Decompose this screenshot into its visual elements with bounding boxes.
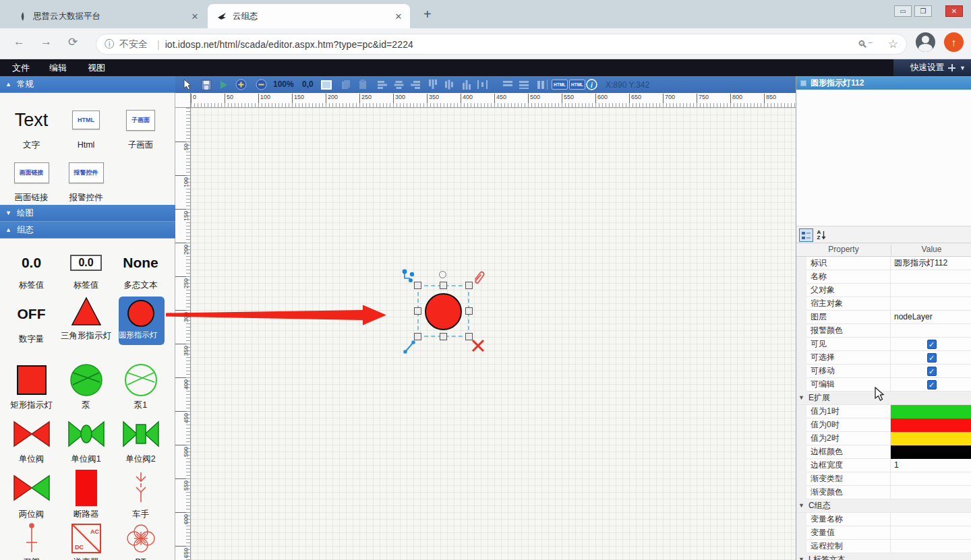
property-value[interactable] <box>891 513 971 526</box>
window-close-button[interactable]: ✕ <box>945 5 963 17</box>
property-value[interactable]: 圆形指示灯112 <box>891 257 971 270</box>
property-value[interactable]: ✓ <box>891 351 971 365</box>
copy-icon[interactable] <box>339 78 352 91</box>
palette-item-valve1[interactable]: 单位阀1 <box>59 416 113 464</box>
align-bottom-icon[interactable] <box>460 78 473 91</box>
property-value[interactable]: ✓ <box>891 338 971 351</box>
profile-avatar[interactable] <box>916 32 935 52</box>
palette-item-breaker[interactable]: 断路器 <box>59 469 113 520</box>
palette-item-text[interactable]: Text 文字 <box>4 102 59 150</box>
property-value[interactable]: 1 <box>891 459 971 472</box>
collapse-triangle-icon[interactable]: ▼ <box>798 394 804 401</box>
collapse-triangle-icon[interactable]: ▼ <box>798 502 804 509</box>
canvas-settings-icon[interactable] <box>320 78 332 91</box>
palette-item-alarm-widget[interactable]: 报警控件 报警控件 <box>59 155 113 203</box>
property-row[interactable]: 图层nodeLayer <box>796 311 971 324</box>
palette-item-knife-switch[interactable]: 刀闸 <box>4 522 59 560</box>
property-row[interactable]: 渐变颜色 <box>796 486 971 499</box>
property-category-row[interactable]: ▼C组态 <box>796 499 971 513</box>
palette-item-valve2[interactable]: 单位阀2 <box>113 416 168 464</box>
paste-icon[interactable] <box>356 78 369 91</box>
checkbox-checked-icon[interactable]: ✓ <box>927 353 937 363</box>
color-swatch[interactable] <box>891 405 971 418</box>
palette-item-inverter[interactable]: AC DC 逆变器 <box>59 522 113 560</box>
property-row[interactable]: 父对象 <box>796 284 971 297</box>
align-right-icon[interactable] <box>409 78 421 91</box>
rotate-handle[interactable] <box>439 271 446 278</box>
zoom-out-icon[interactable] <box>255 78 268 91</box>
reload-icon[interactable]: ⟳ <box>68 35 78 49</box>
palette-item-pump[interactable]: 泵 <box>59 363 113 410</box>
property-row[interactable]: 边框宽度1 <box>796 459 971 472</box>
resize-handle-e[interactable] <box>465 307 473 315</box>
property-row[interactable]: 边框颜色 <box>796 445 971 459</box>
circle-indicator-node[interactable] <box>425 293 462 330</box>
property-row[interactable]: 渐变类型 <box>796 472 971 486</box>
paperclip-icon[interactable] <box>471 270 486 286</box>
property-row[interactable]: 可选择✓ <box>796 351 971 365</box>
select-cursor-icon[interactable] <box>181 78 194 91</box>
align-left-icon[interactable] <box>376 78 389 91</box>
run-icon[interactable] <box>217 78 230 91</box>
property-row[interactable]: 值为1时 <box>796 405 971 418</box>
color-swatch[interactable] <box>891 445 971 459</box>
info-icon[interactable]: i <box>585 78 598 91</box>
save-icon[interactable] <box>200 78 212 91</box>
property-row[interactable]: 可移动✓ <box>796 365 971 378</box>
new-tab-button[interactable]: + <box>423 7 432 22</box>
palette-item-tag-value-boxed[interactable]: 0.0 标签值 <box>59 248 113 290</box>
property-value[interactable] <box>891 486 971 499</box>
resize-handle-w[interactable] <box>414 307 421 315</box>
section-header-general[interactable]: ▲ 常规 <box>0 76 175 93</box>
palette-item-rect-indicator[interactable]: 矩形指示灯 <box>4 363 59 410</box>
property-category-row[interactable]: ▼L标签文本 <box>796 553 971 560</box>
property-value[interactable] <box>891 270 971 284</box>
color-swatch[interactable] <box>891 418 971 432</box>
property-row[interactable]: 报警颜色 <box>796 324 971 338</box>
address-bar[interactable]: ⓘ 不安全 | iot.idosp.net/html/scada/editor.… <box>96 34 907 55</box>
html-export-icon[interactable]: HTML <box>569 80 585 90</box>
same-height-icon[interactable] <box>518 78 531 91</box>
resize-handle-n[interactable] <box>440 282 447 289</box>
align-top-icon[interactable] <box>426 78 439 91</box>
property-value[interactable]: ✓ <box>891 378 971 392</box>
property-value[interactable] <box>891 324 971 338</box>
window-restore-button[interactable]: ❐ <box>914 5 932 17</box>
property-row[interactable]: 宿主对象 <box>796 297 971 311</box>
html-view-icon[interactable]: HTML <box>552 80 568 90</box>
palette-item-pt[interactable]: PT <box>113 522 168 560</box>
palette-item-html[interactable]: HTML Html <box>59 102 113 150</box>
delete-x-icon[interactable] <box>471 338 486 353</box>
design-canvas[interactable] <box>191 108 796 560</box>
property-row[interactable]: 远程控制 <box>796 540 971 553</box>
property-row[interactable]: 变量值 <box>796 526 971 540</box>
categorized-view-icon[interactable] <box>799 228 813 242</box>
menu-edit[interactable]: 编辑 <box>49 62 67 74</box>
info-circle-icon[interactable]: ⓘ <box>105 38 114 51</box>
property-value[interactable] <box>891 526 971 540</box>
zoom-in-icon[interactable] <box>235 78 247 91</box>
link-point-icon[interactable] <box>402 336 418 355</box>
quick-settings[interactable]: 快速设置 ▼ <box>893 59 971 76</box>
browser-update-icon[interactable]: ↑ <box>944 32 964 52</box>
property-value[interactable]: ✓ <box>891 365 971 378</box>
property-value[interactable] <box>891 297 971 311</box>
window-minimize-button[interactable]: ▭ <box>894 5 912 17</box>
section-header-drawing[interactable]: ▼ 绘图 <box>0 205 175 222</box>
palette-item-tag-value[interactable]: 0.0 标签值 <box>4 248 59 290</box>
palette-item-pump1[interactable]: 泵1 <box>113 363 168 410</box>
menu-file[interactable]: 文件 <box>12 62 30 74</box>
connector-tool-icon[interactable] <box>402 269 417 284</box>
dock-icon[interactable] <box>948 64 955 71</box>
palette-item-screen-link[interactable]: 画面链接 画面链接 <box>4 155 59 203</box>
property-value[interactable] <box>891 284 971 297</box>
chevron-down-icon[interactable]: ▼ <box>960 65 966 71</box>
forward-icon[interactable]: → <box>40 35 52 49</box>
palette-item-valve[interactable]: 单位阀 <box>4 416 59 464</box>
property-row[interactable]: 值为2时 <box>796 432 971 445</box>
checkbox-checked-icon[interactable]: ✓ <box>927 367 937 376</box>
color-swatch[interactable] <box>891 432 971 445</box>
pause-icon[interactable] <box>534 78 547 91</box>
resize-handle-s[interactable] <box>440 333 447 340</box>
property-value[interactable] <box>891 540 971 553</box>
